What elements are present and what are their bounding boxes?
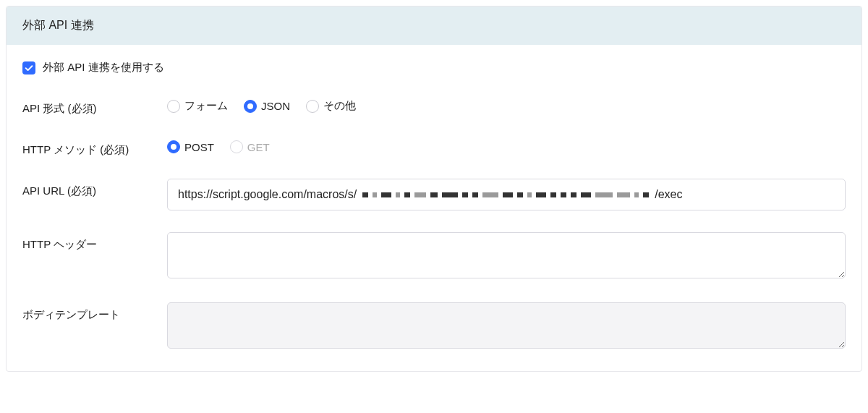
api-format-radio-form[interactable]: フォーム [167,99,228,113]
http-method-label: HTTP メソッド (必須) [22,137,167,157]
body-template-control [167,302,846,351]
api-format-radio-group: フォーム JSON その他 [167,96,846,113]
http-method-row: HTTP メソッド (必須) POST GET [22,137,846,157]
api-format-row: API 形式 (必須) フォーム JSON その他 [22,96,846,116]
radio-label: フォーム [184,99,228,113]
redacted-text [358,192,653,197]
panel-title: 外部 API 連携 [7,7,861,45]
panel-body: 外部 API 連携を使用する API 形式 (必須) フォーム JSON その他 [7,45,861,371]
enable-row: 外部 API 連携を使用する [22,61,846,74]
api-url-control: https://script.google.com/macros/s/ [167,179,846,210]
api-url-input[interactable]: https://script.google.com/macros/s/ [167,179,846,210]
radio-icon [167,100,180,113]
api-format-radio-json[interactable]: JSON [244,100,290,113]
radio-label: POST [184,141,214,153]
api-url-suffix: /exec [655,188,682,201]
body-template-row: ボディテンプレート [22,302,846,351]
radio-icon [306,100,319,113]
api-url-row: API URL (必須) https://script.google.com/m… [22,179,846,210]
radio-icon [167,140,180,153]
external-api-panel: 外部 API 連携 外部 API 連携を使用する API 形式 (必須) フォー… [6,6,862,372]
http-method-radio-get[interactable]: GET [230,140,270,153]
http-header-textarea[interactable] [167,232,846,278]
enable-checkbox[interactable] [22,61,35,74]
radio-icon [244,100,257,113]
check-icon [24,63,34,73]
http-method-radio-post[interactable]: POST [167,140,214,153]
http-header-control [167,232,846,281]
body-template-label: ボディテンプレート [22,302,167,322]
radio-icon [230,140,243,153]
api-format-radio-other[interactable]: その他 [306,99,356,113]
http-header-row: HTTP ヘッダー [22,232,846,281]
radio-label: JSON [261,100,290,112]
radio-label: その他 [323,99,356,113]
http-method-radio-group: POST GET [167,137,846,153]
radio-label: GET [247,141,270,153]
enable-label: 外部 API 連携を使用する [43,61,164,74]
api-format-label: API 形式 (必須) [22,96,167,116]
body-template-textarea[interactable] [167,302,846,349]
api-url-prefix: https://script.google.com/macros/s/ [178,188,357,201]
api-url-label: API URL (必須) [22,179,167,198]
http-header-label: HTTP ヘッダー [22,232,167,252]
